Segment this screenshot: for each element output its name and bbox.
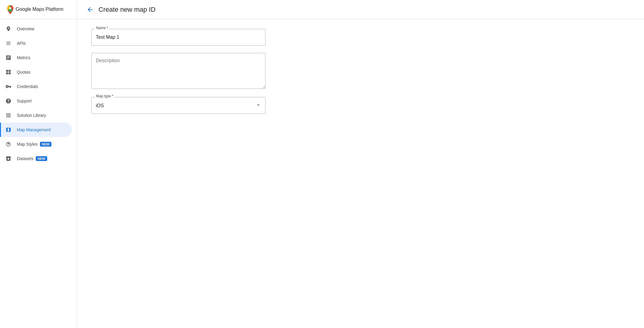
main-content: Create new map ID Name Map type JavaScri…	[77, 0, 644, 328]
sidebar-item-credentials-label: Credentials	[17, 84, 38, 89]
quotas-icon	[5, 68, 12, 76]
sidebar-item-datasets-label: Datasets	[17, 156, 33, 161]
sidebar-header: Google Maps Platform	[0, 0, 77, 19]
sidebar-item-metrics[interactable]: Metrics	[0, 50, 72, 65]
sidebar-item-metrics-label: Metrics	[17, 55, 30, 60]
sidebar-item-datasets[interactable]: Datasets NEW	[0, 151, 72, 166]
sidebar-item-map-management-label: Map Management	[17, 127, 51, 132]
google-maps-logo	[5, 4, 16, 15]
sidebar-item-quotas[interactable]: Quotas	[0, 65, 72, 79]
sidebar-item-map-styles-label: Map Styles	[17, 142, 38, 147]
sidebar-item-solution-library-label: Solution Library	[17, 113, 46, 118]
sidebar-item-overview[interactable]: Overview	[0, 22, 72, 36]
sidebar-item-credentials[interactable]: Credentials	[0, 79, 72, 94]
map-styles-badge: NEW	[40, 142, 51, 147]
credentials-icon	[5, 83, 12, 90]
apis-icon	[5, 40, 12, 47]
name-label: Name	[95, 26, 109, 30]
sidebar-item-quotas-label: Quotas	[17, 70, 30, 74]
sidebar-item-apis[interactable]: APIs	[0, 36, 72, 50]
datasets-badge: NEW	[36, 156, 47, 161]
sidebar-item-map-management[interactable]: Map Management	[0, 123, 72, 137]
support-icon	[5, 97, 12, 105]
sidebar-item-support-label: Support	[17, 99, 32, 103]
sidebar-item-overview-label: Overview	[17, 26, 34, 31]
map-type-select[interactable]: JavaScript Android iOS	[91, 97, 266, 114]
main-header: Create new map ID	[77, 0, 644, 19]
overview-icon	[5, 25, 12, 32]
map-styles-icon	[5, 141, 12, 148]
solution-library-icon	[5, 112, 12, 119]
map-management-icon	[5, 126, 12, 133]
sidebar-title: Google Maps Platform	[16, 6, 63, 13]
sidebar-nav: Overview APIs Metrics	[0, 19, 77, 328]
metrics-icon	[5, 54, 12, 61]
back-arrow-icon	[87, 6, 94, 13]
datasets-icon	[5, 155, 12, 162]
sidebar-item-map-styles[interactable]: Map Styles NEW	[0, 137, 72, 151]
sidebar-item-solution-library[interactable]: Solution Library	[0, 108, 72, 123]
description-field	[91, 53, 266, 90]
svg-point-0	[9, 7, 11, 9]
sidebar: Google Maps Platform Overview APIs	[0, 0, 77, 328]
name-input[interactable]	[91, 29, 266, 46]
map-type-label: Map type	[95, 94, 114, 98]
description-input[interactable]	[91, 53, 266, 89]
content-area: Name Map type JavaScript Android iOS	[77, 19, 644, 328]
map-type-field: Map type JavaScript Android iOS	[91, 97, 266, 114]
sidebar-item-apis-label: APIs	[17, 41, 26, 46]
form-section: Name Map type JavaScript Android iOS	[91, 29, 266, 114]
name-field: Name	[91, 29, 266, 46]
sidebar-item-support[interactable]: Support	[0, 94, 72, 108]
back-button[interactable]	[84, 4, 96, 16]
page-title: Create new map ID	[99, 6, 156, 14]
map-type-wrapper: JavaScript Android iOS	[91, 97, 266, 114]
